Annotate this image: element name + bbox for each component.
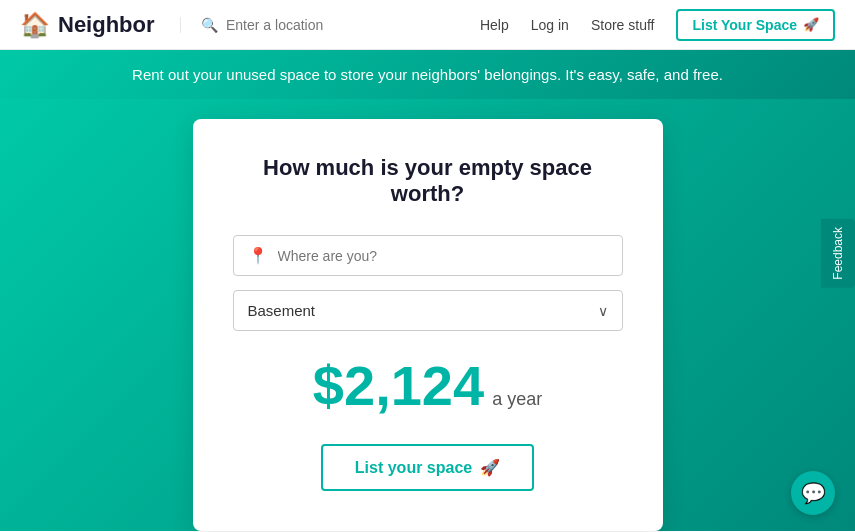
store-stuff-link[interactable]: Store stuff bbox=[591, 17, 655, 33]
help-link[interactable]: Help bbox=[480, 17, 509, 33]
hero-banner: Rent out your unused space to store your… bbox=[0, 50, 855, 99]
list-your-space-button[interactable]: List Your Space 🚀 bbox=[676, 9, 835, 41]
logo-area: 🏠 Neighbor bbox=[20, 11, 180, 39]
list-space-label: List Your Space bbox=[692, 17, 797, 33]
header: 🏠 Neighbor 🔍 Help Log in Store stuff Lis… bbox=[0, 0, 855, 50]
space-type-label: Basement bbox=[248, 302, 316, 319]
search-icon: 🔍 bbox=[201, 17, 218, 33]
where-are-you-input[interactable] bbox=[278, 248, 608, 264]
login-link[interactable]: Log in bbox=[531, 17, 569, 33]
list-your-space-cta-button[interactable]: List your space 🚀 bbox=[321, 444, 534, 491]
price-value: $2,124 bbox=[313, 353, 484, 418]
rocket-icon: 🚀 bbox=[803, 17, 819, 32]
cta-rocket-icon: 🚀 bbox=[480, 458, 500, 477]
feedback-tab[interactable]: Feedback bbox=[821, 219, 855, 288]
chevron-down-icon: ∨ bbox=[598, 303, 608, 319]
chat-icon: 💬 bbox=[801, 481, 826, 505]
calculator-card: How much is your empty space worth? 📍 Ba… bbox=[193, 119, 663, 531]
location-search-input[interactable] bbox=[226, 17, 480, 33]
search-bar: 🔍 bbox=[180, 17, 480, 33]
card-title: How much is your empty space worth? bbox=[233, 155, 623, 207]
home-icon: 🏠 bbox=[20, 11, 50, 39]
main-content: How much is your empty space worth? 📍 Ba… bbox=[0, 99, 855, 531]
space-type-dropdown[interactable]: Basement ∨ bbox=[233, 290, 623, 331]
price-display: $2,124 a year bbox=[233, 353, 623, 418]
chat-button[interactable]: 💬 bbox=[791, 471, 835, 515]
nav-links: Help Log in Store stuff List Your Space … bbox=[480, 9, 835, 41]
cta-label: List your space bbox=[355, 459, 472, 477]
location-input-wrapper[interactable]: 📍 bbox=[233, 235, 623, 276]
price-unit: a year bbox=[492, 389, 542, 410]
pin-icon: 📍 bbox=[248, 246, 268, 265]
hero-banner-text: Rent out your unused space to store your… bbox=[20, 66, 835, 83]
logo-text: Neighbor bbox=[58, 12, 155, 38]
feedback-tab-wrapper: Feedback bbox=[821, 219, 855, 288]
